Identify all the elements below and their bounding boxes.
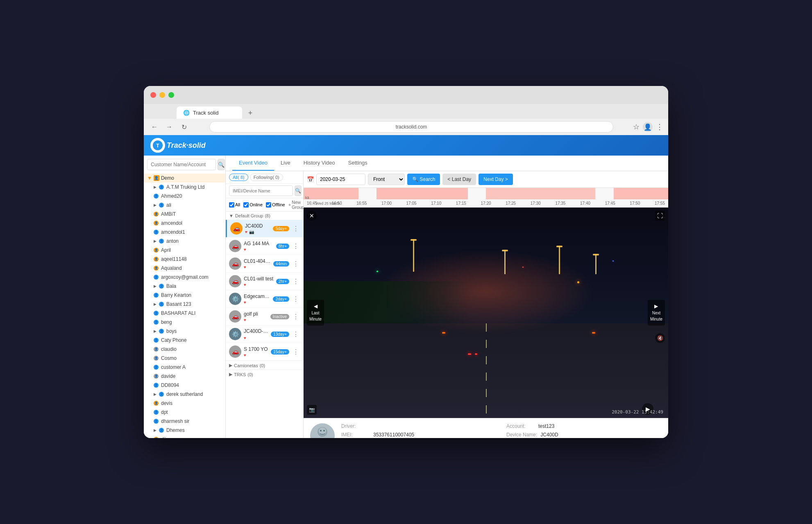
account-value: test123	[538, 423, 554, 429]
device-item-edgecam[interactable]: ⚙️ Edgecam JC100 ♥ 2day+ ⋮	[226, 290, 303, 308]
sidebar-item-dhemes[interactable]: ▶ 👤 Dhemes	[144, 426, 225, 435]
last-day-button[interactable]: < Last Day	[442, 174, 476, 185]
sidebar-item-ambit[interactable]: 👤 AMBiT	[144, 210, 225, 219]
timeline-scrubber[interactable]: 16:45 16:50 16:55 17:00 17:05 17:10 17:1…	[304, 188, 668, 208]
driver-field-imei: IMEI: 353376110007405	[341, 432, 497, 438]
camionetas-group[interactable]: ▶ Camionetas (0)	[226, 361, 303, 370]
tab-history-video[interactable]: History Video	[297, 156, 342, 171]
timeline-track[interactable]: 16:45 16:50 16:55 17:00 17:05 17:10 17:1…	[304, 188, 668, 207]
sidebar-item-dharmesh[interactable]: 👤 dharmesh sir	[144, 417, 225, 426]
video-fullscreen-button[interactable]: ⛶	[655, 211, 665, 221]
sidebar-item-aqeel[interactable]: 👤 aqeel11148	[144, 255, 225, 264]
device-more-jc400d[interactable]: ⋮	[292, 224, 300, 233]
device-more-ag144ma[interactable]: ⋮	[292, 242, 300, 251]
sidebar-item-aqualand[interactable]: 👤 Aqualand	[144, 264, 225, 273]
tree-silhouette	[304, 281, 468, 323]
tab-event-video[interactable]: Event Video	[232, 156, 274, 171]
filter-all-tag[interactable]: All( 8)	[229, 174, 248, 181]
sidebar-item-argoxcoy[interactable]: 👤 argoxcoy@gmail.com	[144, 273, 225, 282]
sidebar-item-dd8094[interactable]: 👤 DD8094	[144, 381, 225, 390]
device-item-jc400d[interactable]: 🚗 JC400D ♥ 📷 5day+ ⋮	[226, 220, 303, 237]
device-search-input[interactable]	[229, 185, 293, 196]
sidebar-item-amcendol[interactable]: 👤 amcendol	[144, 219, 225, 228]
person-icon: 👤	[154, 347, 159, 352]
video-close-button[interactable]: ✕	[307, 211, 317, 221]
device-item-jc400d-vision[interactable]: ⚙️ JC400D-视觉... ♥ 13day+ ⋮	[226, 325, 303, 343]
filter-following-tag[interactable]: Following( 0)	[250, 174, 283, 181]
maximize-window-btn[interactable]	[168, 92, 174, 98]
sidebar-item-davide[interactable]: 👤 davide	[144, 372, 225, 381]
main-content: Event Video Live History Video Settings	[226, 156, 668, 438]
sidebar-item-cosmo[interactable]: 👤 Cosmo	[144, 354, 225, 363]
sidebar-item-beng[interactable]: 👤 beng	[144, 318, 225, 327]
sidebar-item-ali[interactable]: ▶ 👤 ali	[144, 201, 225, 210]
minimize-window-btn[interactable]	[159, 92, 165, 98]
sidebar-item-derek[interactable]: ▶ 👤 derek sutherland	[144, 390, 225, 399]
video-prev-button[interactable]: ◀ LastMinute	[307, 300, 324, 326]
toggle-offline-checkbox[interactable]: Offline	[266, 202, 285, 208]
new-tab-button[interactable]: +	[245, 108, 255, 118]
search-button[interactable]: 🔍 Search	[407, 174, 440, 185]
sidebar-item-label: AMBiT	[161, 211, 176, 217]
sidebar-item-label: boys	[166, 328, 177, 334]
video-next-button[interactable]: ▶ NextMinute	[648, 300, 665, 326]
customer-search-input[interactable]	[147, 159, 216, 170]
sidebar-item-basharat[interactable]: 👤 BASHARAT ALI	[144, 309, 225, 318]
trks-group[interactable]: ▶ TRKS (0)	[226, 370, 303, 379]
sidebar-item-dpt[interactable]: 👤 dpt	[144, 408, 225, 417]
sidebar-item-djjgps[interactable]: 👤 djjgps	[144, 435, 225, 438]
sidebar-item-customer-a[interactable]: 👤 customer A	[144, 363, 225, 372]
sidebar-item-barry[interactable]: 👤 Barry Kearton	[144, 291, 225, 300]
toggle-online-checkbox[interactable]: Online	[243, 202, 263, 208]
date-input[interactable]	[316, 174, 365, 185]
sidebar-item-atm[interactable]: ▶ 👤 A.T.M Truking Ltd	[144, 183, 225, 192]
sidebar-item-amcendol1[interactable]: 👤 amcendol1	[144, 228, 225, 237]
sidebar-item-basant[interactable]: ▶ 👤 Basant 123	[144, 300, 225, 309]
video-volume-button[interactable]: 🔇	[655, 333, 665, 343]
device-item-cl01-will[interactable]: 🚗 CL01-will test ♥ 2hr+ ⋮	[226, 273, 303, 290]
address-bar[interactable]: tracksolid.com	[209, 121, 613, 133]
device-more-cl01-will[interactable]: ⋮	[292, 277, 300, 286]
device-more-cl01[interactable]: ⋮	[292, 259, 300, 269]
sidebar-item-anton[interactable]: ▶ 👤 anton	[144, 237, 225, 246]
sidebar-item-boys[interactable]: ▶ 👤 boys	[144, 327, 225, 336]
menu-icon[interactable]: ⋮	[656, 122, 663, 131]
device-item-cl01-40440[interactable]: 🚗 CL01-40440 ♥ 44min ⋮	[226, 255, 303, 273]
forward-button[interactable]: →	[163, 121, 175, 133]
default-group-header[interactable]: ▼ Default Group (8)	[226, 212, 303, 220]
sidebar-item-caty[interactable]: 👤 Caty Phone	[144, 336, 225, 345]
device-more-jc400d-vision[interactable]: ⋮	[292, 330, 300, 339]
device-info-golf: golf pli ♥	[244, 311, 268, 322]
toggle-all-checkbox[interactable]: All	[229, 202, 240, 208]
sidebar-group-demo[interactable]: ▼ 👤 Demo	[144, 174, 225, 183]
new-group-button[interactable]: + New Group	[288, 200, 304, 210]
sidebar-item-bala[interactable]: ▶ 👤 Bala	[144, 282, 225, 291]
sidebar-item-claudio[interactable]: 👤 claudio	[144, 345, 225, 354]
device-item-ag144ma[interactable]: 🚗 AG 144 MA ♥ 8hr+ ⋮	[226, 237, 303, 255]
device-more-s1700yo[interactable]: ⋮	[292, 347, 300, 357]
browser-tab[interactable]: 🌐 Track solid	[177, 106, 242, 119]
tab-settings[interactable]: Settings	[342, 156, 374, 171]
customer-search-button[interactable]: 🔍	[218, 159, 225, 170]
back-button[interactable]: ←	[149, 121, 160, 133]
device-info-ag144ma: AG 144 MA ♥	[244, 241, 274, 252]
device-item-golf[interactable]: 🚗 golf pli ♥ Inactive ⋮	[226, 308, 303, 325]
camera-select[interactable]: Front	[368, 174, 405, 185]
tab-live[interactable]: Live	[274, 156, 297, 171]
sidebar-item-april[interactable]: 👤 April	[144, 246, 225, 255]
device-item-s1700yo[interactable]: 🚗 S 1700 YO ♥ 15day+ ⋮	[226, 343, 303, 361]
refresh-button[interactable]: ↻	[178, 121, 190, 133]
device-more-edgecam[interactable]: ⋮	[292, 294, 300, 304]
bookmark-icon[interactable]: ☆	[633, 122, 640, 131]
sidebar-item-label: amcendol	[161, 220, 182, 226]
sidebar-item-label: aqeel11148	[161, 256, 187, 262]
sidebar-item-devis[interactable]: 👤 devis	[144, 399, 225, 408]
user-icon[interactable]: 👤	[643, 122, 653, 132]
device-more-golf[interactable]: ⋮	[292, 312, 300, 321]
device-search-button[interactable]: 🔍	[295, 185, 302, 196]
close-window-btn[interactable]	[150, 92, 156, 98]
toggle-online-label: Online	[249, 202, 263, 207]
sidebar-item-ahmed20[interactable]: 👤 Ahmed20	[144, 192, 225, 201]
video-screenshot-button[interactable]: 📷	[307, 405, 317, 415]
next-day-button[interactable]: Next Day >	[479, 174, 513, 185]
